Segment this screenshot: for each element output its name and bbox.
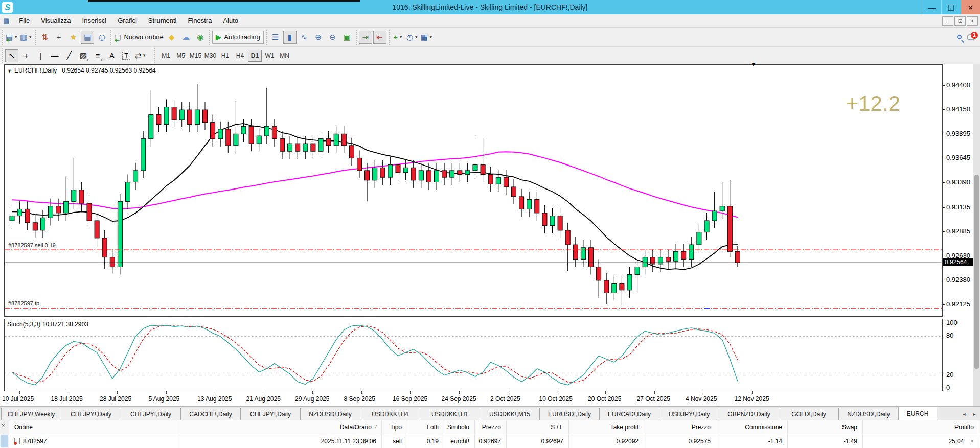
chart-tab-nzdusd-daily[interactable]: NZDUSD!,Daily [300,408,360,420]
chart-tab-eurusd-daily[interactable]: EURUSD!,Daily [539,408,600,420]
mdi-close-button[interactable]: x [967,16,978,26]
vertical-line-button[interactable]: | [34,49,47,62]
cursor-button[interactable]: ↖ [5,49,18,62]
new-order-button[interactable]: ▢+Nuovo ordine [113,31,164,44]
chart-tab-eurch[interactable]: EURCH [898,407,937,420]
text-label-button[interactable]: T [120,49,133,62]
chart-tab-usddkk-h1[interactable]: USDDKK!,H1 [420,408,480,420]
zoom-in-button[interactable]: ⊕ [312,31,325,44]
profiles-button[interactable]: ▥▼ [19,31,33,44]
chart-tab-usddkk-h4[interactable]: USDDKK!,H4 [360,408,420,420]
menu-aiuto[interactable]: Aiuto [217,15,244,26]
timeframe-m30-button[interactable]: M30 [203,50,217,62]
column-header-commissione[interactable]: Commissione [716,420,788,434]
autotrading-button[interactable]: ▶AutoTrading [212,31,264,44]
chart-shift-marker[interactable]: ▼ [750,61,757,68]
column-header-data-orario[interactable]: Data/Orario/ [176,420,382,434]
column-header-take-profit[interactable]: Take profit [569,420,644,434]
order-table-row[interactable]: 8782597 2025.11.11 23:39:06 sell 0.19 eu… [9,434,980,448]
timeframe-mn-button[interactable]: MN [278,50,291,62]
menu-grafici[interactable]: Grafici [112,15,143,26]
scrollbar-thumb[interactable] [974,175,979,369]
chart-tab-nzdusd-daily[interactable]: NZDUSD!,Daily [838,408,899,420]
indicators-button[interactable]: +▼ [392,31,405,44]
channel-button[interactable]: ▨E [77,49,90,62]
column-header-tipo[interactable]: Tipo [382,420,407,434]
column-header-prezzo[interactable]: Prezzo [475,420,507,434]
chart-line-button[interactable]: ∿ [298,31,311,44]
crosshair-button[interactable]: + [19,49,33,62]
chart-tab-gbpnzd-daily[interactable]: GBPNZD!,Daily [719,408,779,420]
timeframe-m15-button[interactable]: M15 [189,50,202,62]
publish-button[interactable]: ☁ [179,31,193,44]
timeframe-h4-button[interactable]: H4 [233,50,247,62]
column-header-prezzo[interactable]: Prezzo [644,420,716,434]
stochastic-canvas[interactable] [5,319,942,391]
chat-icon[interactable]: 1 [967,34,975,40]
mdi-restore-button[interactable]: ◱ [954,16,966,26]
menu-visualizza[interactable]: Visualizza [35,15,76,26]
chart-candles-button[interactable]: ▮ [283,31,297,44]
candlestick-canvas[interactable] [5,65,942,316]
mdi-minimize-button[interactable]: - [942,16,953,26]
chart-shift-button[interactable]: ⇤ [373,31,386,44]
chart-tab-usdjpy-daily[interactable]: USDJPY!,Daily [659,408,719,420]
chart-bars-button[interactable]: ☰ [269,31,282,44]
vertical-scrollbar[interactable] [973,64,980,406]
trendline-button[interactable]: ╱ [62,49,76,62]
dropdown-arrow-icon[interactable]: ▼ [399,35,403,39]
market-watch-button[interactable]: ⇅ [38,31,51,44]
price-chart-pane[interactable]: ▼EURCHF!,Daily0.92654 0.92745 0.92563 0.… [4,64,943,317]
menu-finestra[interactable]: Finestra [182,15,217,26]
stochastic-pane[interactable]: Stoch(5,3,3) 10.8721 38.2903 [4,319,943,391]
column-header-lotti[interactable]: Lotti [407,420,444,434]
dropdown-arrow-icon[interactable]: ▼ [28,35,32,39]
column-header-s-l[interactable]: S / L [507,420,569,434]
text-button[interactable]: A [105,49,119,62]
fibonacci-button[interactable]: ≡F [91,49,104,62]
restore-button[interactable]: ◱ [941,0,961,14]
timeframe-w1-button[interactable]: W1 [263,50,277,62]
chart-tab-chfjpy-daily[interactable]: CHFJPY!,Daily [121,408,181,420]
dropdown-arrow-icon[interactable]: ▼ [142,53,146,58]
strategy-tester-button[interactable]: ◶ [95,31,108,44]
chart-tab-cadchf-daily[interactable]: CADCHF!,Daily [180,408,241,420]
chart-tab-chfjpy-weekly[interactable]: CHFJPY!,Weekly [1,408,61,420]
menu-file[interactable]: File [13,15,35,26]
chart-tab-eurcad-daily[interactable]: EURCAD!,Daily [599,408,659,420]
horizontal-line-button[interactable]: — [48,49,61,62]
terminal-button[interactable]: ▤ [81,31,94,44]
chart-tab-usddkk-m15[interactable]: USDDKK!,M15 [480,408,540,420]
close-button[interactable]: × [961,0,980,14]
timeframe-m1-button[interactable]: M1 [159,50,173,62]
templates-button[interactable]: ▦▼ [420,31,434,44]
metaeditor-button[interactable]: ◆ [165,31,178,44]
timeframe-d1-button[interactable]: D1 [248,50,262,62]
tab-scroll-right-button[interactable]: ▸ [970,409,979,418]
column-header-ordine[interactable]: Ordine [9,420,176,434]
menu-inserisci[interactable]: Inserisci [77,15,112,26]
terminal-close-button[interactable]: × [2,422,5,428]
column-header-simbolo[interactable]: Simbolo [444,420,475,434]
new-chart-button[interactable]: ▤+▼ [5,31,18,44]
signals-button[interactable]: ◉ [194,31,207,44]
tab-scroll-left-button[interactable]: ◂ [960,409,969,418]
zoom-out-button[interactable]: ⊖ [326,31,339,44]
column-header-profitto[interactable]: Profitto [863,420,979,434]
dropdown-arrow-icon[interactable]: ▼ [14,35,18,39]
menu-strumenti[interactable]: Strumenti [143,15,183,26]
tile-windows-button[interactable]: ▣ [340,31,354,44]
column-header-swap[interactable]: Swap [788,420,863,434]
timeframe-m5-button[interactable]: M5 [174,50,188,62]
data-window-button[interactable]: + [52,31,65,44]
shapes-button[interactable]: ⇄▼ [134,49,147,62]
chart-tab-gold-daily[interactable]: GOLD!,Daily [779,408,839,420]
auto-scroll-button[interactable]: ⇥ [359,31,372,44]
chart-tab-chfjpy-daily[interactable]: CHFJPY!,Daily [240,408,301,420]
dropdown-arrow-icon[interactable]: ▼ [414,35,418,39]
search-icon[interactable] [957,35,962,39]
close-position-icon[interactable]: × [970,437,974,445]
minimize-button[interactable]: — [922,0,941,14]
chart-tab-chfjpy-daily[interactable]: CHFJPY!,Daily [61,408,121,420]
navigator-button[interactable]: ★ [66,31,80,44]
